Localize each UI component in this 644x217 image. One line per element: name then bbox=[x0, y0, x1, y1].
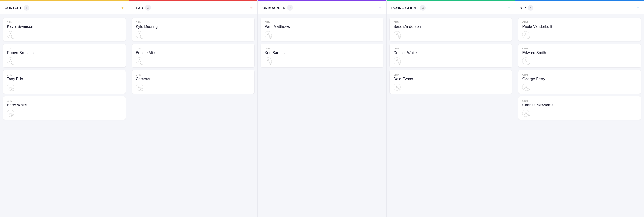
card-name: Kyle Deering bbox=[136, 24, 251, 29]
card-avatar: + bbox=[264, 57, 272, 64]
card-avatar: + bbox=[394, 57, 401, 64]
card-avatar-add-icon[interactable]: + bbox=[527, 114, 530, 117]
column-title-onboarded: ONBOARDED bbox=[262, 6, 285, 10]
card-avatar: + bbox=[394, 83, 401, 91]
column-count-paying: 3 bbox=[420, 5, 426, 11]
card-name: Paula Vanderbuilt bbox=[522, 24, 637, 29]
column-count-lead: 3 bbox=[145, 5, 151, 11]
svg-point-3 bbox=[10, 112, 11, 113]
svg-point-2 bbox=[10, 86, 11, 87]
card-avatar-wrapper: + bbox=[394, 83, 401, 91]
card-name: Edward Smith bbox=[522, 51, 637, 55]
card-avatar-add-icon[interactable]: + bbox=[527, 62, 530, 65]
card-paying-0[interactable]: CRMSarah Anderson+ bbox=[390, 18, 512, 41]
column-count-vip: 4 bbox=[528, 5, 534, 11]
card-avatar-add-icon[interactable]: + bbox=[12, 62, 14, 65]
column-title-paying: PAYING CLIENT bbox=[391, 6, 418, 10]
card-avatar-wrapper: + bbox=[522, 57, 529, 64]
card-name: Kayla Swanson bbox=[7, 24, 122, 29]
card-avatar-wrapper: + bbox=[264, 31, 272, 38]
card-avatar-add-icon[interactable]: + bbox=[269, 62, 272, 65]
card-avatar-add-icon[interactable]: + bbox=[140, 62, 143, 65]
svg-point-4 bbox=[139, 33, 140, 35]
column-add-button-lead[interactable]: + bbox=[250, 5, 253, 10]
card-name: Cameron L. bbox=[136, 77, 251, 81]
card-name: Dale Evans bbox=[394, 77, 508, 81]
card-contact-0[interactable]: CRMKayla Swanson+ bbox=[3, 18, 126, 41]
svg-point-11 bbox=[396, 86, 398, 87]
column-cards-paying: CRMSarah Anderson+CRMConnor White+CRMDal… bbox=[386, 14, 515, 94]
column-header-onboarded: ONBOARDED2+ bbox=[258, 0, 386, 14]
card-avatar-add-icon[interactable]: + bbox=[140, 36, 143, 38]
card-label: CRM bbox=[394, 47, 508, 50]
column-paying: PAYING CLIENT3+CRMSarah Anderson+CRMConn… bbox=[386, 0, 516, 217]
card-paying-1[interactable]: CRMConnor White+ bbox=[390, 44, 512, 68]
column-add-button-contact[interactable]: + bbox=[121, 5, 124, 10]
card-label: CRM bbox=[522, 100, 637, 102]
card-name: Connor White bbox=[394, 51, 508, 55]
card-name: Barry White bbox=[7, 103, 122, 107]
card-avatar-add-icon[interactable]: + bbox=[398, 36, 401, 38]
card-vip-1[interactable]: CRMEdward Smith+ bbox=[518, 44, 641, 68]
card-avatar-wrapper: + bbox=[136, 57, 143, 64]
card-avatar-wrapper: + bbox=[522, 110, 529, 117]
card-label: CRM bbox=[7, 73, 122, 76]
card-avatar-add-icon[interactable]: + bbox=[12, 88, 14, 91]
card-avatar: + bbox=[264, 31, 272, 38]
column-cards-lead: CRMKyle Deering+CRMBonnie Mills+CRMCamer… bbox=[129, 14, 258, 94]
card-lead-2[interactable]: CRMCameron L.+ bbox=[132, 70, 255, 94]
column-vip: VIP4+CRMPaula Vanderbuilt+CRMEdward Smit… bbox=[515, 0, 644, 217]
card-lead-1[interactable]: CRMBonnie Mills+ bbox=[132, 44, 255, 68]
card-avatar-wrapper: + bbox=[394, 57, 401, 64]
column-count-onboarded: 2 bbox=[287, 5, 293, 11]
column-add-button-paying[interactable]: + bbox=[508, 5, 510, 10]
card-avatar-add-icon[interactable]: + bbox=[140, 88, 143, 91]
column-title-vip: VIP bbox=[520, 6, 526, 10]
card-avatar-add-icon[interactable]: + bbox=[398, 62, 401, 65]
svg-point-13 bbox=[525, 60, 526, 61]
card-onboarded-1[interactable]: CRMKen Barnes+ bbox=[260, 44, 384, 68]
column-add-button-vip[interactable]: + bbox=[636, 5, 639, 10]
column-add-button-onboarded[interactable]: + bbox=[379, 5, 382, 10]
card-avatar: + bbox=[522, 83, 529, 91]
svg-point-5 bbox=[139, 60, 140, 61]
card-name: Sarah Anderson bbox=[394, 24, 508, 29]
card-vip-3[interactable]: CRMCharles Newsome+ bbox=[518, 96, 641, 120]
card-label: CRM bbox=[264, 21, 380, 24]
card-avatar: + bbox=[7, 83, 14, 91]
card-paying-2[interactable]: CRMDale Evans+ bbox=[390, 70, 512, 94]
card-avatar-add-icon[interactable]: + bbox=[269, 36, 272, 38]
svg-point-8 bbox=[268, 60, 269, 61]
column-title-contact: CONTACT bbox=[5, 6, 22, 10]
card-avatar-add-icon[interactable]: + bbox=[527, 88, 530, 91]
card-avatar: + bbox=[7, 31, 14, 38]
column-header-lead: LEAD3+ bbox=[129, 0, 258, 14]
card-contact-2[interactable]: CRMTony Ellis+ bbox=[3, 70, 126, 94]
card-contact-1[interactable]: CRMRobert Brunson+ bbox=[3, 44, 126, 68]
kanban-board: CONTACT4+CRMKayla Swanson+CRMRobert Brun… bbox=[0, 0, 644, 217]
card-avatar: + bbox=[136, 31, 143, 38]
svg-point-9 bbox=[396, 33, 398, 35]
card-contact-3[interactable]: CRMBarry White+ bbox=[3, 96, 126, 120]
card-lead-0[interactable]: CRMKyle Deering+ bbox=[132, 18, 255, 41]
card-avatar-add-icon[interactable]: + bbox=[12, 36, 14, 38]
card-name: Ken Barnes bbox=[264, 51, 380, 55]
svg-point-10 bbox=[396, 60, 398, 61]
column-contact: CONTACT4+CRMKayla Swanson+CRMRobert Brun… bbox=[0, 0, 129, 217]
column-header-contact: CONTACT4+ bbox=[0, 0, 129, 14]
card-vip-0[interactable]: CRMPaula Vanderbuilt+ bbox=[518, 18, 641, 41]
column-cards-contact: CRMKayla Swanson+CRMRobert Brunson+CRMTo… bbox=[0, 14, 129, 120]
card-avatar-add-icon[interactable]: + bbox=[398, 88, 401, 91]
card-avatar-wrapper: + bbox=[394, 31, 401, 38]
column-header-paying: PAYING CLIENT3+ bbox=[386, 0, 515, 14]
card-vip-2[interactable]: CRMGeorge Perry+ bbox=[518, 70, 641, 94]
card-name: Tony Ellis bbox=[7, 77, 122, 81]
card-onboarded-0[interactable]: CRMPam Matthews+ bbox=[260, 18, 384, 41]
column-onboarded: ONBOARDED2+CRMPam Matthews+CRMKen Barnes… bbox=[258, 0, 386, 217]
card-avatar-wrapper: + bbox=[264, 57, 272, 64]
card-avatar-wrapper: + bbox=[7, 31, 14, 38]
column-header-vip: VIP4+ bbox=[515, 0, 644, 14]
card-avatar-wrapper: + bbox=[7, 57, 14, 64]
card-avatar-add-icon[interactable]: + bbox=[12, 114, 14, 117]
card-avatar-add-icon[interactable]: + bbox=[527, 36, 530, 38]
